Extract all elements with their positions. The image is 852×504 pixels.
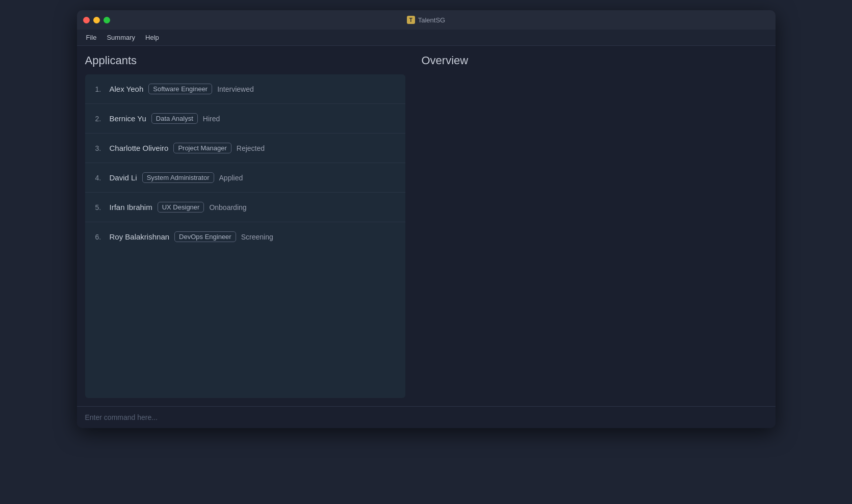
applicant-name: Charlotte Oliveiro xyxy=(110,144,169,152)
menu-item-help[interactable]: Help xyxy=(140,32,164,43)
applicant-name: Alex Yeoh xyxy=(110,85,144,93)
applicant-name: Irfan Ibrahim xyxy=(110,203,152,211)
row-number: 4. xyxy=(95,174,110,182)
row-number: 5. xyxy=(95,203,110,211)
role-badge: Software Engineer xyxy=(148,84,212,94)
close-button[interactable] xyxy=(83,17,90,23)
role-badge: UX Designer xyxy=(158,202,204,213)
table-row[interactable]: 2.Bernice YuData AnalystHired xyxy=(85,104,405,134)
title-bar: T TalentSG xyxy=(77,10,776,30)
row-number: 6. xyxy=(95,233,110,241)
menu-item-summary[interactable]: Summary xyxy=(101,32,140,43)
role-badge: Project Manager xyxy=(173,143,231,153)
menu-bar: File Summary Help xyxy=(77,30,776,46)
minimize-button[interactable] xyxy=(93,17,100,23)
applicants-list: 1.Alex YeohSoftware EngineerInterviewed2… xyxy=(85,74,405,398)
applicant-status: Onboarding xyxy=(209,203,246,211)
command-bar xyxy=(77,406,776,428)
table-row[interactable]: 4.David LiSystem AdministratorApplied xyxy=(85,163,405,193)
row-number: 3. xyxy=(95,144,110,152)
main-content: Applicants 1.Alex YeohSoftware EngineerI… xyxy=(77,46,776,406)
table-row[interactable]: 3.Charlotte OliveiroProject ManagerRejec… xyxy=(85,134,405,163)
table-row[interactable]: 5.Irfan IbrahimUX DesignerOnboarding xyxy=(85,193,405,222)
applicant-status: Interviewed xyxy=(217,85,254,93)
role-badge: DevOps Engineer xyxy=(174,231,236,242)
applicant-name: Bernice Yu xyxy=(110,114,146,123)
applicants-title: Applicants xyxy=(85,54,405,67)
applicant-name: David Li xyxy=(110,173,137,182)
overview-panel: Overview xyxy=(414,46,776,406)
row-number: 1. xyxy=(95,85,110,93)
command-input[interactable] xyxy=(85,413,767,421)
traffic-lights xyxy=(83,17,110,23)
applicant-status: Applied xyxy=(219,174,243,182)
role-badge: Data Analyst xyxy=(151,113,198,124)
menu-item-file[interactable]: File xyxy=(81,32,102,43)
table-row[interactable]: 1.Alex YeohSoftware EngineerInterviewed xyxy=(85,74,405,104)
applicant-name: Roy Balakrishnan xyxy=(110,232,170,241)
maximize-button[interactable] xyxy=(104,17,110,23)
applicant-status: Hired xyxy=(203,115,220,123)
app-window: T TalentSG File Summary Help Applicants … xyxy=(77,10,776,428)
table-row[interactable]: 6.Roy BalakrishnanDevOps EngineerScreeni… xyxy=(85,222,405,251)
applicant-status: Screening xyxy=(241,233,273,241)
applicant-status: Rejected xyxy=(237,144,265,152)
app-icon: T xyxy=(407,16,415,24)
app-title: TalentSG xyxy=(418,16,445,24)
overview-title: Overview xyxy=(422,54,767,67)
row-number: 2. xyxy=(95,115,110,123)
role-badge: System Administrator xyxy=(142,172,214,183)
applicants-panel: Applicants 1.Alex YeohSoftware EngineerI… xyxy=(77,46,414,406)
window-title: T TalentSG xyxy=(407,16,445,24)
